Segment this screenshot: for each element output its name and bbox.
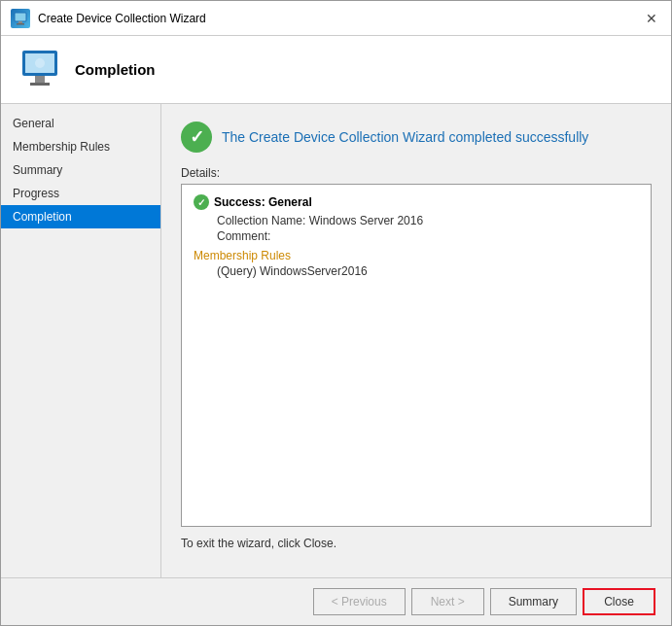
- previous-button[interactable]: < Previous: [313, 588, 406, 615]
- svg-point-7: [35, 58, 45, 68]
- sidebar-item-summary[interactable]: Summary: [1, 158, 160, 182]
- app-icon: [11, 9, 30, 28]
- membership-rules-label: Membership Rules: [194, 249, 639, 262]
- sidebar: General Membership Rules Summary Progres…: [1, 104, 161, 577]
- svg-rect-1: [18, 21, 22, 23]
- details-bullet-comment: Comment:: [217, 229, 639, 243]
- small-check-icon: [194, 194, 209, 210]
- svg-rect-2: [17, 23, 24, 25]
- exit-text: To exit the wizard, click Close.: [181, 537, 652, 550]
- wizard-window: Create Device Collection Wizard ✕ Comple…: [0, 0, 672, 626]
- success-message: The Create Device Collection Wizard comp…: [222, 129, 588, 145]
- details-success-label: Success: General: [214, 195, 312, 209]
- wizard-header-icon: [17, 47, 63, 93]
- title-bar: Create Device Collection Wizard ✕: [1, 1, 671, 36]
- svg-rect-0: [15, 13, 26, 21]
- sidebar-item-progress[interactable]: Progress: [1, 182, 160, 205]
- header-title: Completion: [75, 61, 156, 78]
- details-success-row: Success: General: [194, 194, 639, 210]
- wizard-header: Completion: [1, 36, 671, 104]
- details-label: Details:: [181, 166, 652, 180]
- svg-rect-6: [30, 83, 50, 86]
- sidebar-item-completion[interactable]: Completion: [1, 205, 160, 228]
- next-button[interactable]: Next >: [411, 588, 484, 615]
- summary-button[interactable]: Summary: [490, 588, 577, 615]
- close-window-button[interactable]: ✕: [642, 9, 661, 28]
- details-bullet-collection: Collection Name: Windows Server 2016: [217, 214, 639, 227]
- sidebar-item-general[interactable]: General: [1, 112, 160, 135]
- main-content: The Create Device Collection Wizard comp…: [161, 104, 671, 577]
- content-area: General Membership Rules Summary Progres…: [1, 104, 671, 577]
- success-icon: [181, 122, 212, 153]
- details-bullet-query: (Query) WindowsServer2016: [217, 264, 639, 278]
- details-box: Success: General Collection Name: Window…: [181, 184, 652, 527]
- footer: < Previous Next > Summary Close: [1, 577, 671, 625]
- window-title: Create Device Collection Wizard: [38, 12, 642, 25]
- svg-rect-5: [35, 76, 45, 83]
- success-header: The Create Device Collection Wizard comp…: [181, 122, 652, 153]
- sidebar-item-membership-rules[interactable]: Membership Rules: [1, 135, 160, 158]
- close-button[interactable]: Close: [583, 588, 655, 615]
